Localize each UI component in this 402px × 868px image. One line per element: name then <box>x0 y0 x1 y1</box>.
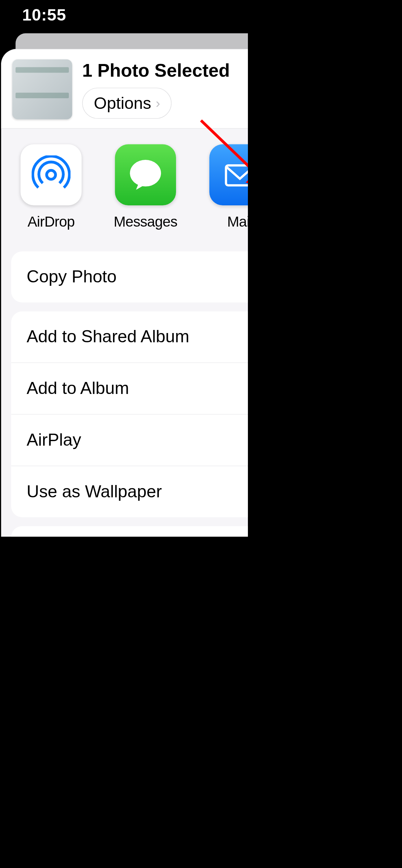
action-airplay[interactable]: AirPlay <box>11 414 248 466</box>
status-time: 10:55 <box>22 5 66 24</box>
status-bar: 10:55 32 <box>0 0 248 30</box>
airdrop-icon <box>32 155 71 194</box>
app-airdrop[interactable]: AirDrop <box>12 144 90 230</box>
options-label: Options <box>94 94 151 113</box>
app-share-row[interactable]: AirDrop Messages Mail <box>1 129 248 242</box>
app-mail[interactable]: Mail <box>201 144 248 230</box>
share-sheet: 1 Photo Selected Options › <box>1 49 248 537</box>
actions-group-2: Add to Shared Album Add to Album AirPlay… <box>11 311 248 518</box>
sheet-header: 1 Photo Selected Options › <box>1 49 248 129</box>
app-messages[interactable]: Messages <box>106 144 184 230</box>
action-copy-photo[interactable]: Copy Photo <box>11 252 248 303</box>
messages-icon <box>126 155 165 194</box>
action-add-shared-album[interactable]: Add to Shared Album <box>11 311 248 363</box>
sheet-title: 1 Photo Selected <box>82 60 248 81</box>
options-button[interactable]: Options › <box>82 88 172 119</box>
action-create-watch-face[interactable]: Create Watch Face <box>11 526 248 537</box>
chevron-right-icon: › <box>156 95 160 111</box>
action-add-album[interactable]: Add to Album <box>11 363 248 414</box>
photo-thumbnail[interactable] <box>12 60 72 119</box>
action-use-wallpaper[interactable]: Use as Wallpaper <box>11 466 248 517</box>
actions-group-1: Copy Photo <box>11 252 248 303</box>
svg-point-6 <box>130 160 161 187</box>
svg-point-5 <box>47 170 55 179</box>
mail-icon <box>221 155 248 194</box>
actions-group-3: Create Watch Face Save to Files Assign t… <box>11 526 248 537</box>
